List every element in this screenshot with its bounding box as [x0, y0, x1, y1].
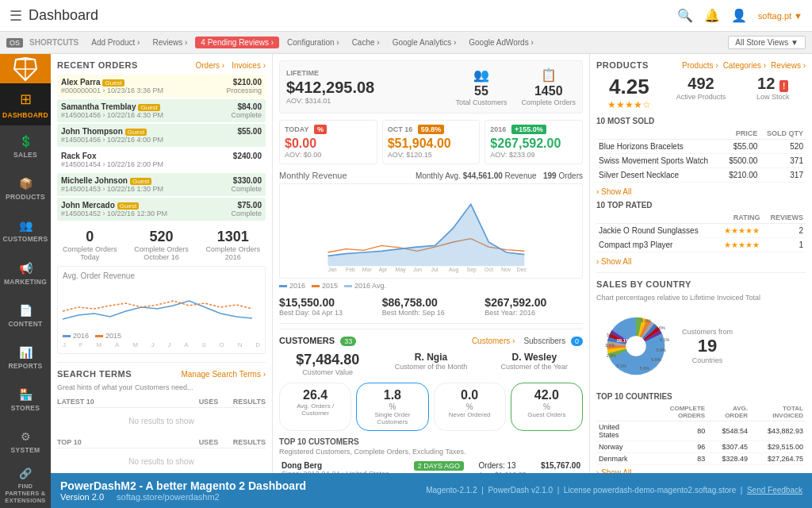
best-year: $267,592.00 Best Year: 2016 [485, 296, 583, 317]
order-info: Michelle JohnsonGuest #145001453 › 10/22… [61, 176, 163, 193]
order-info: Samantha TremblayGuest #145001456 › 10/2… [61, 102, 163, 119]
orders-list: Alex ParraGuest #000000001 › 10/23/16 3:… [57, 75, 266, 221]
table-row: Alex ParraGuest #000000001 › 10/23/16 3:… [57, 75, 266, 98]
svg-text:Jul: Jul [431, 267, 439, 272]
sidebar-item-system[interactable]: ⚙ SYSTEM [0, 421, 51, 464]
sidebar-item-sales[interactable]: 💲 SALES [0, 125, 51, 167]
order-stats-row: 0 Complete Orders Today 520 Complete Ord… [57, 229, 266, 261]
shortcut-reviews[interactable]: Reviews › [147, 37, 192, 48]
cust-stat-single-order: 1.8 % Single Order Customers [356, 383, 428, 431]
low-stock: 12 ! Low Stock [740, 75, 806, 110]
right-column: PRODUCTS Products › Categories › Reviews… [590, 54, 812, 473]
svg-text:2.9%: 2.9% [607, 353, 617, 358]
sidebar-item-dashboard[interactable]: ⊞ DASHBOARD [0, 83, 51, 125]
best-month: $86,758.00 Best Month: Sep 16 [382, 296, 481, 317]
table-row: United States 80 $548.54 $43,882.93 [596, 421, 806, 441]
top-customers-table: Dong Berg Since: 2013-04-24 › United Sta… [279, 459, 583, 473]
content-icon: 📄 [19, 304, 33, 317]
customers-lifetime-icon: 👥 [455, 67, 507, 83]
table-header-row: RATING REVIEWS [596, 212, 806, 224]
order-info: John ThompsonGuest #145001456 › 10/22/16… [61, 127, 163, 144]
period-stats-row: TODAY % $0.00 AOV: $0.00 OCT 16 59.8% $5… [279, 120, 583, 164]
svg-marker-0 [328, 204, 525, 266]
svg-text:Oct: Oct [485, 267, 493, 272]
marketing-icon: 📢 [19, 262, 33, 275]
sidebar-logo [0, 54, 51, 83]
columns: RECENT ORDERS Orders › Invoices › Alex P… [51, 54, 812, 473]
recent-orders-links: Orders › Invoices › [195, 60, 266, 70]
sidebar-label-content: CONTENT [8, 320, 42, 328]
sidebar-item-reports[interactable]: 📊 REPORTS [0, 337, 51, 379]
svg-text:Dec: Dec [517, 267, 527, 272]
bottom-bar-left: PowerDashM2 - A better Magento 2 Dashboa… [60, 479, 306, 502]
user-label[interactable]: softag.pt ▼ [758, 11, 802, 21]
shortcut-add-product[interactable]: Add Product › [86, 37, 144, 48]
table-row: Michelle JohnsonGuest #145001453 › 10/22… [57, 173, 266, 196]
categories-link[interactable]: Categories › [723, 61, 766, 70]
svg-text:Aug: Aug [449, 267, 458, 273]
bottom-bar-right: Magento-2.1.2 | PowerDash v2.1.0 | Licen… [426, 486, 802, 495]
search-icon[interactable]: 🔍 [677, 8, 693, 23]
store-views-select[interactable]: All Store Views ▼ [728, 36, 806, 49]
svg-point-33 [626, 336, 645, 356]
bell-icon[interactable]: 🔔 [704, 8, 720, 23]
dashboard-icon: ⊞ [20, 90, 32, 108]
search-terms-section: SEARCH TERMS Manage Search Terms › Great… [57, 362, 266, 472]
table-row: Blue Horizons Bracelets $55.00 520 [596, 140, 806, 154]
orders-link[interactable]: Orders › [195, 61, 224, 70]
sidebar-label-extensions: FIND PARTNERS & EXTENSIONS [2, 483, 49, 504]
table-row: Denmark 83 $328.49 $27,264.75 [596, 453, 806, 465]
svg-text:Jan: Jan [328, 267, 337, 272]
pie-chart: 39.1% 9.8% 6.6% 6.1% 5.9% 5.8% 5.6% 5.1%… [596, 306, 676, 386]
svg-text:May: May [395, 267, 406, 273]
shortcut-configuration[interactable]: Configuration › [282, 37, 344, 48]
user-icon[interactable]: 👤 [731, 8, 747, 23]
shortcuts-bar: OS SHORTCUTS Add Product › Reviews › 4 P… [0, 32, 812, 54]
active-products: 492 Active Products [668, 75, 734, 110]
shortcut-cache[interactable]: Cache › [347, 37, 385, 48]
order-amount-status: $240.00 [233, 152, 262, 160]
sidebar-item-extensions[interactable]: 🔗 FIND PARTNERS & EXTENSIONS [0, 464, 51, 508]
lifetime-orders: 📋 1450 Complete Orders [521, 67, 576, 106]
products-links: Products › Categories › Reviews › [682, 61, 806, 70]
sales-icon: 💲 [19, 135, 33, 148]
customer-highlights: $7,484.80 Customer Value R. Ngia Custome… [279, 352, 583, 376]
reviews-link[interactable]: Reviews › [771, 61, 806, 70]
shortcut-pending-reviews[interactable]: 4 Pending Reviews › [195, 37, 279, 48]
most-sold-header: 10 MOST SOLD [596, 117, 806, 125]
shortcut-google-analytics[interactable]: Google Analytics › [388, 37, 462, 48]
order-info: John MercadoGuest #145001452 › 10/22/16 … [61, 201, 167, 217]
customer-stats-circles: 26.4 Avg. Orders / Customer 1.8 % Single… [279, 383, 583, 431]
shortcut-google-adwords[interactable]: Google AdWords › [464, 37, 538, 48]
sidebar-item-stores[interactable]: 🏪 STORES [0, 379, 51, 421]
sidebar-item-products[interactable]: 📦 PRODUCTS [0, 168, 51, 210]
table-header-row: COMPLETE ORDERS AVG. ORDER TOTAL INVOICE… [596, 403, 806, 421]
svg-text:3.6%: 3.6% [605, 343, 615, 348]
reports-icon: 📊 [19, 346, 33, 359]
stores-icon: 🏪 [19, 388, 33, 401]
stat-complete-oct16: 520 Complete Orders October 16 [128, 229, 193, 261]
orders-lifetime-icon: 📋 [521, 67, 576, 83]
sidebar-item-customers[interactable]: 👥 CUSTOMERS [0, 210, 51, 252]
table-row: Compact mp3 Player ★★★★★ 1 [596, 238, 806, 252]
recent-orders-header: RECENT ORDERS Orders › Invoices › [57, 60, 266, 70]
order-amount-status: $75.00 Complete [231, 201, 262, 217]
table-header-row: PRICE SOLD QTY [596, 128, 806, 140]
svg-text:5.6%: 5.6% [640, 366, 650, 371]
chart-month-labels: JFMAMJJASOND [63, 341, 260, 348]
svg-text:Apr: Apr [379, 267, 388, 273]
sidebar-item-marketing[interactable]: 📢 MARKETING [0, 252, 51, 294]
invoices-link[interactable]: Invoices › [232, 61, 266, 70]
sidebar-label-products: PRODUCTS [6, 193, 45, 201]
menu-icon[interactable]: ☰ [10, 7, 22, 25]
products-link[interactable]: Products › [682, 61, 718, 70]
order-amount-status: $84.00 Complete [231, 102, 262, 119]
sidebar-label-customers: CUSTOMERS [3, 235, 48, 243]
top-rated-header: 10 TOP RATED [596, 201, 806, 210]
left-column: RECENT ORDERS Orders › Invoices › Alex P… [51, 54, 273, 473]
extensions-icon: 🔗 [19, 468, 32, 479]
revenue-chart: Jan Feb Mar Apr May Jun Jul Aug Sep Oct … [279, 183, 583, 279]
stat-complete-2016: 1301 Complete Orders 2016 [201, 229, 266, 261]
search-terms-header: SEARCH TERMS Manage Search Terms › [57, 369, 266, 379]
sidebar-item-content[interactable]: 📄 CONTENT [0, 294, 51, 337]
